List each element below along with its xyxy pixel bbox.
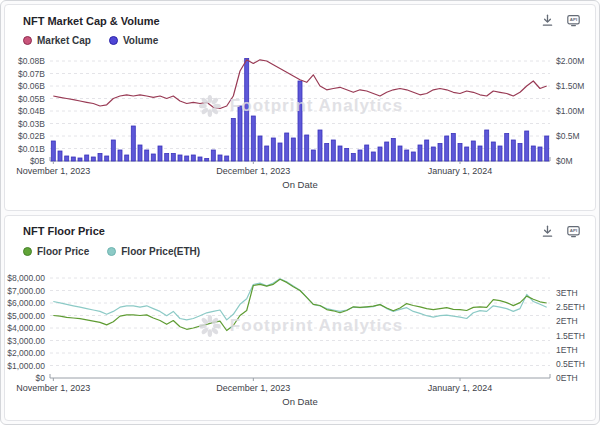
svg-text:On Date: On Date	[282, 396, 317, 407]
api-icon[interactable]: API	[566, 224, 581, 239]
svg-text:January 1, 2024: January 1, 2024	[428, 383, 493, 393]
svg-text:$0B: $0B	[30, 156, 45, 166]
legend-item-market-cap[interactable]: Market Cap	[23, 35, 91, 46]
svg-text:$5,000.00: $5,000.00	[7, 310, 45, 320]
floor-price-chart[interactable]: $8,000.00$7,000.00$6,000.00$5,000.00$4,0…	[5, 267, 596, 417]
svg-text:$0.07B: $0.07B	[18, 69, 45, 79]
svg-text:$8,000.00: $8,000.00	[7, 273, 45, 283]
svg-text:1ETH: 1ETH	[556, 344, 578, 354]
svg-text:$0.04B: $0.04B	[18, 106, 45, 116]
card-toolbar: API	[540, 13, 581, 28]
svg-text:$0M: $0M	[556, 156, 573, 166]
floor-price-eth-dot-icon	[107, 247, 116, 256]
legend-label: Floor Price(ETH)	[121, 246, 200, 257]
floor-price-card: NFT Floor Price API Floor Price Floor Pr…	[4, 215, 596, 422]
market-cap-volume-chart[interactable]: $0.08B$0.07B$0.06B$0.05B$0.04B$0.03B$0.0…	[5, 50, 596, 200]
svg-text:November 1, 2023: November 1, 2023	[16, 166, 90, 176]
market-cap-dot-icon	[23, 36, 32, 45]
svg-text:$4,000.00: $4,000.00	[7, 323, 45, 333]
svg-text:$2.00M: $2.00M	[556, 56, 584, 66]
legend-label: Floor Price	[37, 246, 89, 257]
volume-dot-icon	[109, 36, 118, 45]
svg-text:API: API	[570, 17, 577, 22]
svg-text:$0.05B: $0.05B	[18, 94, 45, 104]
svg-text:$1,000.00: $1,000.00	[7, 360, 45, 370]
svg-text:$2,000.00: $2,000.00	[7, 348, 45, 358]
svg-text:$0.06B: $0.06B	[18, 81, 45, 91]
svg-text:November 1, 2023: November 1, 2023	[16, 383, 90, 393]
svg-text:$1.00M: $1.00M	[556, 106, 584, 116]
svg-text:$0.08B: $0.08B	[18, 56, 45, 66]
chart-title-market-cap-volume: NFT Market Cap & Volume	[23, 15, 160, 27]
download-icon[interactable]	[540, 13, 555, 28]
svg-text:$3,000.00: $3,000.00	[7, 335, 45, 345]
svg-text:January 1, 2024: January 1, 2024	[428, 166, 493, 176]
svg-text:0ETH: 0ETH	[556, 373, 578, 383]
svg-text:$0: $0	[36, 373, 46, 383]
legend-item-volume[interactable]: Volume	[109, 35, 158, 46]
svg-text:December 1, 2023: December 1, 2023	[216, 166, 290, 176]
svg-text:2ETH: 2ETH	[556, 316, 578, 326]
svg-text:$0.01B: $0.01B	[18, 144, 45, 154]
analytics-dashboard: NFT Market Cap & Volume API Market Cap V…	[0, 0, 600, 425]
legend-label: Market Cap	[37, 35, 91, 46]
api-icon[interactable]: API	[566, 13, 581, 28]
svg-text:December 1, 2023: December 1, 2023	[216, 383, 290, 393]
floor-price-dot-icon	[23, 247, 32, 256]
card-header: NFT Market Cap & Volume API	[5, 13, 595, 28]
card-toolbar: API	[540, 224, 581, 239]
legend: Floor Price Floor Price(ETH)	[5, 239, 595, 259]
market-cap-volume-card: NFT Market Cap & Volume API Market Cap V…	[4, 4, 596, 211]
svg-text:API: API	[570, 228, 577, 233]
svg-text:$6,000.00: $6,000.00	[7, 298, 45, 308]
svg-text:$0.5M: $0.5M	[556, 131, 580, 141]
svg-text:$0.02B: $0.02B	[18, 131, 45, 141]
svg-text:3ETH: 3ETH	[556, 288, 578, 298]
legend-label: Volume	[123, 35, 158, 46]
legend-item-floor-price-eth[interactable]: Floor Price(ETH)	[107, 246, 200, 257]
svg-text:$7,000.00: $7,000.00	[7, 285, 45, 295]
svg-text:1.5ETH: 1.5ETH	[556, 330, 585, 340]
svg-text:$1.50M: $1.50M	[556, 81, 584, 91]
card-header: NFT Floor Price API	[5, 224, 595, 239]
chart-title-floor-price: NFT Floor Price	[23, 225, 105, 237]
legend-item-floor-price[interactable]: Floor Price	[23, 246, 89, 257]
svg-text:2.5ETH: 2.5ETH	[556, 302, 585, 312]
legend: Market Cap Volume	[5, 28, 595, 48]
svg-text:$0.03B: $0.03B	[18, 119, 45, 129]
download-icon[interactable]	[540, 224, 555, 239]
svg-text:On Date: On Date	[282, 179, 317, 190]
svg-text:0.5ETH: 0.5ETH	[556, 358, 585, 368]
